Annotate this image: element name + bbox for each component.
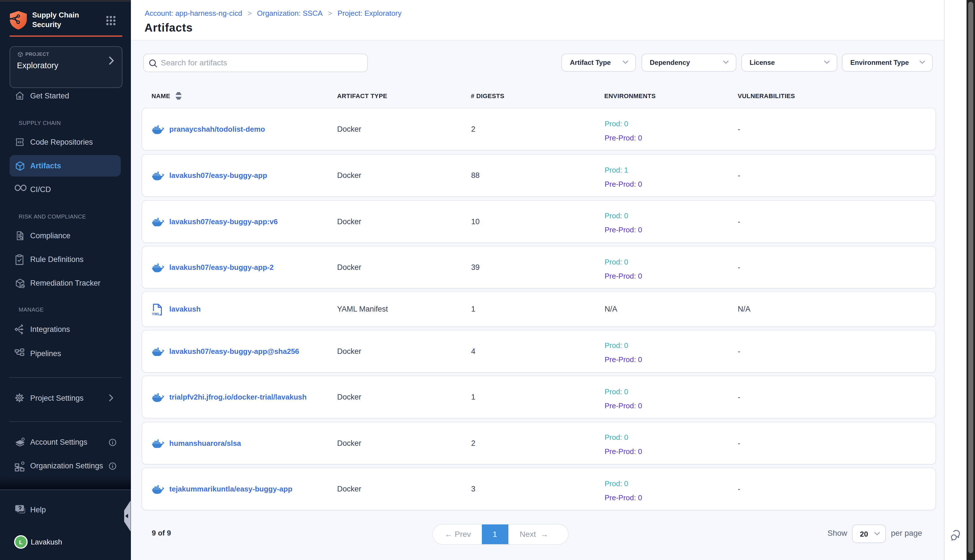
svg-text:YML: YML [152,312,160,316]
